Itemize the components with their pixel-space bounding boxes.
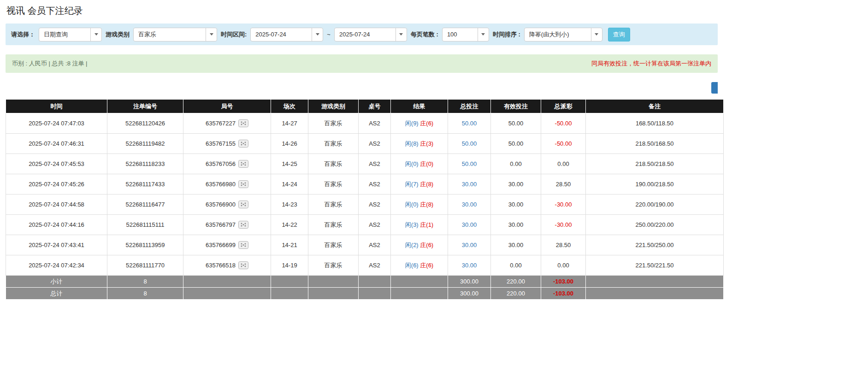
table-row: 2025-07-24 07:42:34522681111770635766518… [6,255,724,276]
sort-order-select[interactable]: 降幂(由大到小) [524,28,602,41]
search-button[interactable]: 查询 [608,28,630,41]
game-replay-icon[interactable] [238,201,248,208]
cell-table-no: AS2 [359,235,391,255]
cell-payout: 28.50 [541,174,586,195]
cell-time: 2025-07-24 07:47:03 [6,113,107,134]
total-bet-link[interactable]: 30.00 [462,262,477,269]
cell-result: 闲(9) 庄(6) [391,113,448,134]
payout-value: -30.00 [555,201,572,208]
result-banker: 庄(0) [420,160,433,167]
table-action-button[interactable] [711,82,718,94]
column-header: 结果 [391,100,448,113]
game-replay-icon[interactable] [238,241,248,249]
select-mode-label: 请选择： [11,30,35,39]
round-number: 635767155 [206,140,236,147]
cell-game-type: 百家乐 [308,174,359,195]
column-header: 有效投注 [491,100,541,113]
summary-payout: -103.00 [541,288,586,300]
column-header: 注单编号 [107,100,183,113]
header-row: 时间注单编号局号场次游戏类别桌号结果总投注有效投注总派彩备注 [6,100,724,113]
table-row: 2025-07-24 07:46:31522681119482635767155… [6,134,724,154]
payout-value: 0.00 [557,160,569,167]
column-header: 总投注 [448,100,491,113]
column-header: 游戏类别 [308,100,359,113]
cell-result: 闲(3) 庄(1) [391,215,448,235]
cell-result: 闲(7) 庄(8) [391,174,448,195]
date-to-select[interactable]: 2025-07-24 [334,28,407,41]
summary-count: 8 [107,276,183,288]
cell-result: 闲(2) 庄(6) [391,235,448,255]
game-replay-icon[interactable] [238,140,248,148]
cell-session: 14-25 [271,154,308,174]
total-bet-link[interactable]: 30.00 [462,201,477,208]
table-row: 2025-07-24 07:44:16522681115111635766797… [6,215,724,235]
cell-game-type: 百家乐 [308,134,359,154]
summary-valid-bet: 220.00 [491,276,541,288]
table-action-row [6,82,718,94]
cell-bet-id: 522681111770 [107,255,183,276]
date-mode-select[interactable]: 日期查询 [39,28,102,41]
cell-bet-id: 522681118233 [107,154,183,174]
cell-valid-bet: 30.00 [491,215,541,235]
game-replay-icon[interactable] [238,160,248,168]
cell-round-id: 635766797 [183,215,271,235]
cell-valid-bet: 30.00 [491,235,541,255]
round-number: 635766900 [206,201,236,208]
summary-empty-cell [271,288,308,300]
date-from-value: 2025-07-24 [251,31,312,38]
chevron-down-icon [90,28,101,41]
game-replay-icon[interactable] [238,119,248,127]
summary-total-bet: 300.00 [448,276,491,288]
summary-total-bet: 300.00 [448,288,491,300]
cell-valid-bet: 0.00 [491,255,541,276]
per-page-value: 100 [443,31,478,38]
summary-payout: -103.00 [541,276,586,288]
total-bet-link[interactable]: 50.00 [462,140,477,147]
date-mode-value: 日期查询 [39,30,90,39]
result-player: 闲(9) [405,120,419,127]
cell-remark: 190.00/218.50 [586,174,724,195]
cell-table-no: AS2 [359,154,391,174]
game-replay-icon[interactable] [238,221,248,229]
total-bet-link[interactable]: 50.00 [462,120,477,127]
chevron-down-icon [396,28,407,41]
per-page-select[interactable]: 100 [442,28,489,41]
summary-row: 总计8300.00220.00-103.00 [6,288,724,300]
cell-valid-bet: 30.00 [491,174,541,195]
table-head: 时间注单编号局号场次游戏类别桌号结果总投注有效投注总派彩备注 [6,100,724,113]
total-bet-link[interactable]: 30.00 [462,221,477,228]
cell-remark: 221.50/221.50 [586,255,724,276]
cell-table-no: AS2 [359,195,391,215]
cell-payout: -30.00 [541,195,586,215]
cell-round-id: 635766980 [183,174,271,195]
game-replay-icon[interactable] [238,180,248,188]
table-foot: 小计8300.00220.00-103.00总计8300.00220.00-10… [6,276,724,300]
cell-valid-bet: 50.00 [491,113,541,134]
cell-game-type: 百家乐 [308,215,359,235]
summary-count: 8 [107,288,183,300]
cell-valid-bet: 0.00 [491,154,541,174]
cell-remark: 168.50/118.50 [586,113,724,134]
cell-time: 2025-07-24 07:44:58 [6,195,107,215]
cell-session: 14-19 [271,255,308,276]
total-bet-link[interactable]: 30.00 [462,181,477,188]
cell-game-type: 百家乐 [308,154,359,174]
total-bet-link[interactable]: 30.00 [462,242,477,248]
game-type-select[interactable]: 百家乐 [133,28,217,41]
date-from-select[interactable]: 2025-07-24 [250,28,323,41]
summary-empty-cell [183,276,271,288]
cell-bet-id: 522681115111 [107,215,183,235]
summary-empty-cell [391,288,448,300]
cell-payout: -30.00 [541,215,586,235]
cell-session: 14-22 [271,215,308,235]
result-player: 闲(6) [405,262,419,269]
round-number: 635766797 [206,221,236,228]
result-player: 闲(0) [405,201,419,208]
game-replay-icon[interactable] [238,261,248,269]
cell-total-bet: 50.00 [448,113,491,134]
cell-round-id: 635767056 [183,154,271,174]
total-bet-link[interactable]: 50.00 [462,160,477,167]
summary-empty-cell [308,276,359,288]
payout-value: -50.00 [555,140,572,147]
table-row: 2025-07-24 07:45:26522681117433635766980… [6,174,724,195]
